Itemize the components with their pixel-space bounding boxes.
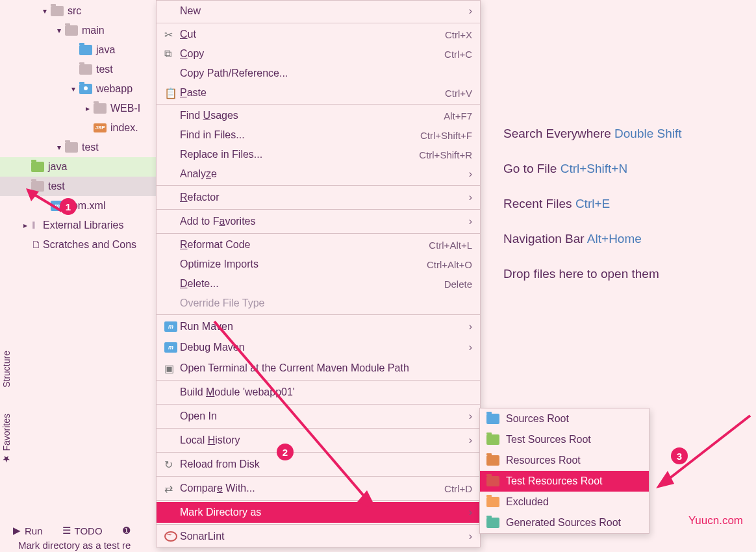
menu-find-in-files[interactable]: Find in Files...Ctrl+Shift+F: [157, 125, 480, 145]
source-folder-icon: [79, 45, 92, 55]
chevron-right-icon: ›: [469, 507, 472, 518]
chevron-right-icon: ›: [469, 192, 472, 203]
menu-refactor[interactable]: Refactor›: [157, 187, 480, 208]
chevron-right-icon: ›: [469, 168, 472, 180]
project-tree[interactable]: ▾src ▾main java test ▾webapp ▸WEB-I JSPi…: [19, 1, 156, 255]
test-source-folder-icon: [31, 162, 44, 172]
separator: [157, 476, 480, 477]
chevron-right-icon: ›: [469, 342, 472, 353]
menu-copy[interactable]: ⧉CopyCtrl+C: [157, 44, 480, 64]
separator: [157, 500, 480, 501]
folder-icon: [79, 64, 92, 75]
menu-run-maven[interactable]: mRun Maven›: [157, 316, 480, 337]
status-bar-text: Mark directory as a test re: [18, 540, 131, 551]
annotation-3: 3: [671, 447, 688, 464]
tree-webinf[interactable]: ▸WEB-I: [19, 99, 156, 118]
menu-open-in[interactable]: Open In›: [157, 406, 480, 427]
menu-cut[interactable]: ✂CutCtrl+X: [157, 25, 480, 44]
tree-test[interactable]: test: [19, 60, 156, 79]
arrow-icon-3: [649, 409, 756, 494]
folder-icon: [65, 25, 78, 36]
problems-tool-window[interactable]: ❶: [122, 525, 131, 536]
menu-replace-in-files[interactable]: Replace in Files...Ctrl+Shift+R: [157, 145, 480, 164]
source-folder-icon: [486, 414, 499, 424]
tree-ext-libs[interactable]: ▸⫴External Libraries: [19, 216, 156, 235]
test-source-folder-icon: [486, 434, 499, 445]
structure-tab[interactable]: Structure: [1, 351, 12, 388]
menu-copy-path[interactable]: Copy Path/Reference...: [157, 64, 480, 83]
menu-analyze[interactable]: Analyze›: [157, 164, 480, 184]
tree-java[interactable]: java: [19, 40, 156, 60]
chevron-right-icon: ›: [469, 5, 472, 17]
menu-compare[interactable]: ⇄Compare With...Ctrl+D: [157, 478, 480, 499]
problems-icon: ❶: [122, 525, 131, 536]
jsp-icon: JSP: [94, 123, 107, 132]
chevron-right-icon: ▸: [19, 221, 31, 230]
menu-find-usages[interactable]: Find UsagesAlt+F7: [157, 106, 480, 125]
chevron-right-icon: ›: [469, 434, 472, 446]
mark-directory-submenu: Sources Root Test Sources Root Resources…: [479, 408, 649, 534]
submenu-sources-root[interactable]: Sources Root: [480, 408, 649, 429]
tree-java-test[interactable]: java: [0, 157, 162, 177]
folder-icon: [94, 103, 107, 114]
folder-icon: [65, 142, 78, 153]
tree-src[interactable]: ▾src: [19, 1, 156, 21]
reload-icon: ↻: [164, 458, 180, 471]
menu-reformat[interactable]: Reformat CodeCtrl+Alt+L: [157, 235, 480, 255]
separator: [157, 23, 480, 23]
web-folder-icon: [79, 84, 92, 94]
chevron-down-icon: ▾: [53, 26, 65, 35]
submenu-resources-root[interactable]: Resources Root: [480, 450, 649, 471]
menu-local-history[interactable]: Local History›: [157, 430, 480, 451]
annotation-2: 2: [277, 444, 294, 460]
menu-add-favorites[interactable]: Add to Favorites›: [157, 211, 480, 232]
folder-icon: [51, 6, 64, 16]
menu-mark-directory[interactable]: Mark Directory as›: [157, 502, 480, 523]
menu-debug-maven[interactable]: mDebug Maven›: [157, 337, 480, 358]
chevron-right-icon: ▸: [82, 104, 94, 113]
tree-scratches[interactable]: 🗋Scratches and Cons: [19, 235, 156, 255]
favorites-tab[interactable]: ★ Favorites: [1, 414, 12, 464]
menu-delete[interactable]: Delete...Delete: [157, 274, 480, 294]
run-icon: ▶: [13, 525, 21, 536]
chevron-right-icon: ›: [469, 216, 472, 227]
menu-override-file-type[interactable]: Override File Type: [157, 294, 480, 313]
separator: [157, 233, 480, 234]
chevron-down-icon: ▾: [53, 143, 65, 152]
separator: [157, 314, 480, 315]
resources-folder-icon: [486, 455, 499, 466]
tree-webapp[interactable]: ▾webapp: [19, 79, 156, 99]
tree-test-selected[interactable]: test: [0, 177, 162, 196]
watermark: Yuucn.com: [688, 514, 743, 527]
svg-marker-5: [656, 471, 674, 488]
context-menu: New› ✂CutCtrl+X ⧉CopyCtrl+C Copy Path/Re…: [156, 0, 481, 547]
separator: [157, 452, 480, 453]
menu-open-terminal[interactable]: ▣Open Terminal at the Current Maven Modu…: [157, 358, 480, 379]
todo-tool-window[interactable]: ☰TODO: [62, 525, 103, 536]
submenu-test-sources-root[interactable]: Test Sources Root: [480, 429, 649, 450]
submenu-excluded[interactable]: Excluded: [480, 492, 649, 512]
tree-main[interactable]: ▾main: [19, 21, 156, 40]
submenu-test-resources-root[interactable]: Test Resources Root: [480, 471, 649, 492]
folder-icon: [31, 181, 44, 192]
menu-build-module[interactable]: Build Module 'webapp01': [157, 382, 480, 403]
chevron-down-icon: ▾: [39, 6, 51, 16]
hint-search: Search Everywhere Double Shift: [503, 127, 682, 141]
maven-debug-icon: m: [164, 342, 177, 353]
hint-nav: Navigation Bar Alt+Home: [503, 232, 682, 246]
menu-optimize-imports[interactable]: Optimize ImportsCtrl+Alt+O: [157, 255, 480, 274]
terminal-icon: ▣: [164, 362, 180, 375]
tree-index[interactable]: JSPindex.: [19, 118, 156, 138]
tree-test-folder[interactable]: ▾test: [19, 138, 156, 157]
paste-icon: 📋: [164, 87, 180, 99]
excluded-folder-icon: [486, 497, 499, 507]
tree-pom[interactable]: mpom.xml: [19, 196, 156, 216]
run-tool-window[interactable]: ▶Run: [13, 525, 43, 536]
maven-icon: m: [164, 321, 177, 332]
chevron-right-icon: ›: [469, 410, 472, 422]
menu-new[interactable]: New›: [157, 1, 480, 21]
menu-reload[interactable]: ↻Reload from Disk: [157, 454, 480, 475]
copy-icon: ⧉: [164, 48, 180, 60]
cut-icon: ✂: [164, 29, 180, 41]
menu-paste[interactable]: 📋PasteCtrl+V: [157, 83, 480, 103]
